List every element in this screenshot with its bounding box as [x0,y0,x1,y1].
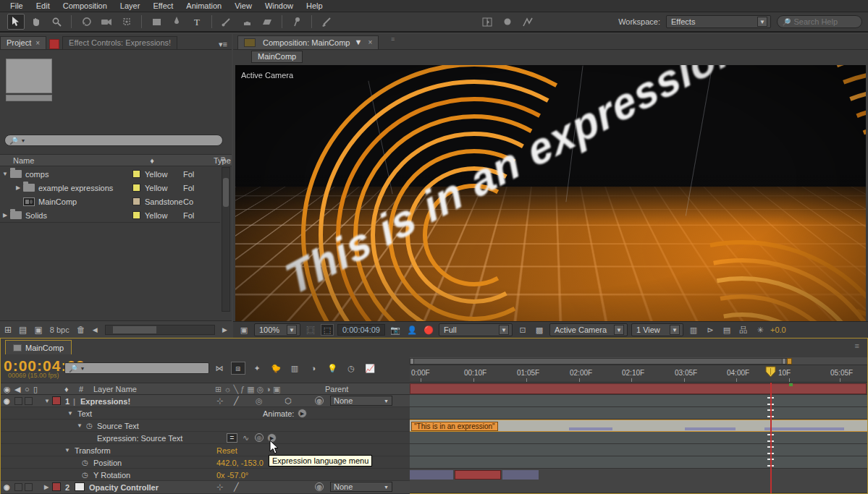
expression-pickwhip-icon[interactable]: ◎ [255,433,264,442]
label-color-chip[interactable] [132,197,140,205]
scroll-right-icon[interactable]: ▶ [222,326,227,333]
help-search-box[interactable]: 🔎 [777,15,862,28]
brush-tool-icon[interactable] [218,14,235,30]
rotation-tool-icon[interactable] [77,14,95,30]
twirl-right-icon[interactable]: ▶ [13,184,23,191]
playhead-line[interactable] [770,383,772,493]
menu-help[interactable]: Help [300,1,329,11]
track-row-text[interactable] [410,395,867,407]
live-update-icon[interactable]: ⧈ [231,362,245,375]
type-tool-icon[interactable]: T [188,14,206,30]
column-parent[interactable]: Parent [325,385,348,393]
collapse-switch-icon[interactable]: ⊹ [216,481,223,493]
new-composition-icon[interactable]: ▣ [34,325,42,335]
audio-toggle[interactable] [14,397,22,405]
transparency-grid-icon[interactable]: ▩ [533,324,546,336]
twirl-down-icon[interactable]: ▼ [64,444,70,456]
always-preview-icon[interactable]: ▣ [237,324,250,336]
region-of-interest-icon[interactable]: ⬚ [321,324,334,336]
menu-composition[interactable]: Composition [57,1,113,11]
timeline-tab-maincomp[interactable]: MainComp [5,340,72,354]
exposure-value[interactable]: +0.0 [770,325,786,334]
project-vertical-scrollbar[interactable] [222,167,230,312]
stopwatch-icon[interactable]: ◷ [86,420,93,432]
chevron-down-icon[interactable]: ▼ [354,38,363,47]
group-label[interactable]: Transform [75,444,111,456]
solo-toggle[interactable] [25,483,33,491]
work-area-bar[interactable] [410,358,792,365]
menu-edit[interactable]: Edit [30,1,56,11]
comp-marker[interactable] [789,383,793,386]
pixel-aspect-icon[interactable]: ▥ [687,324,700,336]
track-row-position[interactable] [410,444,867,456]
eraser-tool-icon[interactable] [258,14,276,30]
track-row-expression-value[interactable]: "This is in an expression" [410,420,867,432]
menu-window[interactable]: Window [259,1,299,11]
zoom-tool-icon[interactable] [48,14,65,30]
flowchart-button-icon[interactable]: 品 [737,324,750,336]
trash-icon[interactable]: 🗑 [77,325,85,335]
eye-icon[interactable]: ◉ [4,481,10,493]
menu-file[interactable]: File [4,1,29,11]
property-label[interactable]: Y Rotation [93,469,130,481]
region-icon[interactable]: ⊡ [516,324,529,336]
interpret-footage-icon[interactable]: ⊞ [4,325,12,335]
scroll-left-icon[interactable]: ◀ [93,326,98,333]
menu-layer[interactable]: Layer [114,1,146,11]
tab-effect-controls[interactable]: Effect Controls: Expressions! [62,36,177,49]
layer-label-chip[interactable] [52,482,61,491]
layer-1-duration-bar[interactable] [410,383,867,394]
expression-graph-icon[interactable]: ∿ [243,432,249,444]
property-row-expression[interactable]: Expression: Source Text = ∿ ◎ ▶ [1,432,410,444]
project-row-maincomp[interactable]: MainComp Sandstone Co [0,195,220,208]
draft-3d-icon[interactable]: ✦ [250,362,264,375]
bit-depth-indicator[interactable]: 8 bpc [50,325,69,334]
stopwatch-icon[interactable]: ◷ [82,456,88,469]
layer-row-1[interactable]: ◉ ▼ 1 | Expressions! ⊹ ╱ ◎ ⬡ ◎ None ▼ [1,395,410,407]
parent-pickwhip-icon[interactable]: ◎ [315,482,324,491]
quality-switch-icon[interactable]: ╱ [234,481,239,493]
frame-blending-icon[interactable]: ▥ [287,362,302,375]
layer-name[interactable]: Expressions! [80,395,130,407]
viewer-timecode[interactable]: 0:00:04:09 [337,324,385,336]
motion-sketch-icon[interactable] [519,14,536,30]
pan-behind-tool-icon[interactable] [118,14,135,30]
expression-enabled-icon[interactable]: = [227,433,237,443]
playhead-marker[interactable] [765,366,776,378]
close-icon[interactable]: × [368,38,372,46]
motion-blur-switch-icon[interactable]: ◎ [256,395,263,407]
work-area-end-handle[interactable] [782,358,786,365]
track-row-layer-2[interactable] [410,469,867,493]
help-search-input[interactable] [793,17,856,26]
view-layout-dropdown[interactable]: 1 View ▼ [631,323,683,336]
collapse-switch-icon[interactable]: ⊹ [216,395,223,407]
label-color-chip[interactable] [132,211,140,219]
composition-viewer[interactable]: This is in an expression Active Camera [235,65,866,321]
show-snapshot-icon[interactable]: 👤 [405,324,418,336]
y-rotation-value[interactable]: 0x -57.0° [216,469,248,481]
twirl-right-icon[interactable]: ▶ [44,481,49,493]
stopwatch-icon[interactable]: ◷ [82,469,88,481]
pen-tool-icon[interactable] [168,14,185,30]
menu-view[interactable]: View [229,1,258,11]
layer-2-duration-bar[interactable] [455,470,501,480]
mini-flowchart-icon[interactable]: ⋈ [212,362,227,375]
roto-brush-tool-icon[interactable] [318,14,335,30]
audio-toggle[interactable] [14,483,22,491]
group-label[interactable]: Text [77,407,92,420]
parent-dropdown[interactable]: None ▼ [330,482,392,492]
show-channels-icon[interactable]: 🔴 [422,324,435,336]
magnification-dropdown[interactable]: 100% ▼ [254,323,300,336]
puppet-pin-tool-icon[interactable] [288,14,306,30]
position-value[interactable]: 442.0, -153.0 [216,456,264,469]
resolution-dropdown[interactable]: Full ▼ [439,323,513,336]
twirl-down-icon[interactable]: ▼ [44,395,50,407]
align-panel-icon[interactable] [479,14,496,30]
time-ruler[interactable]: 0:00F 00:10F 01:05F 02:00F 02:10F 03:05F… [410,365,867,383]
label-column-icon[interactable]: ♦ [150,156,154,165]
twirl-down-icon[interactable]: ▼ [0,171,10,177]
track-row-source-text[interactable] [410,407,867,420]
clone-stamp-tool-icon[interactable] [238,14,256,30]
workspace-dropdown[interactable]: Effects ▼ [666,15,771,28]
project-row-example-expressions[interactable]: ▶ example expressions Yellow Fol [0,181,220,195]
